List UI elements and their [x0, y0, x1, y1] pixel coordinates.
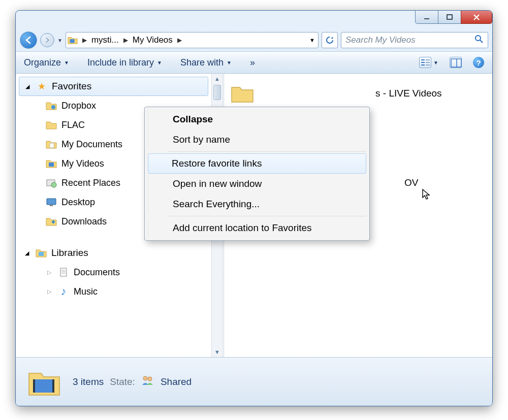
expander-icon[interactable]: ▷	[47, 288, 53, 295]
libraries-header[interactable]: ◢ Libraries	[16, 243, 211, 263]
svg-point-3	[475, 36, 481, 41]
document-icon	[57, 267, 70, 278]
view-mode-button[interactable]	[419, 57, 431, 68]
svg-rect-21	[60, 268, 67, 276]
svg-rect-6	[421, 62, 425, 63]
nav-dropdown-icon[interactable]: ▼	[57, 38, 62, 43]
svg-rect-14	[50, 143, 54, 148]
breadcrumb-sep-icon: ▶	[177, 37, 182, 44]
shared-icon	[141, 375, 154, 389]
folder-icon	[230, 82, 255, 105]
folder-icon	[45, 119, 57, 131]
tree-label: Documents	[74, 267, 120, 278]
minimize-button[interactable]	[415, 11, 438, 24]
favorites-label: Favorites	[52, 81, 91, 92]
folder-icon	[45, 139, 57, 150]
include-library-button[interactable]: Include in library▼	[87, 57, 162, 68]
scroll-up-icon[interactable]: ▲	[212, 74, 223, 84]
tree-label: My Documents	[61, 139, 122, 150]
menu-search-everything[interactable]: Search Everything...	[148, 194, 367, 214]
address-bar[interactable]: ▶ mysti... ▶ My Videos ▶ ▼	[66, 32, 319, 48]
svg-rect-27	[52, 379, 54, 393]
libraries-icon	[35, 247, 47, 259]
menu-restore-favorites[interactable]: Restore favorite links	[148, 153, 366, 174]
tree-label: FLAC	[61, 120, 85, 131]
command-bar: Organize▼ Include in library▼ Share with…	[16, 51, 492, 74]
scroll-thumb[interactable]	[213, 85, 221, 100]
svg-rect-1	[447, 15, 452, 19]
svg-point-17	[51, 182, 56, 187]
tree-label: Downloads	[61, 216, 107, 227]
breadcrumb-sep-icon: ▶	[82, 37, 87, 44]
tree-label: Recent Places	[61, 178, 120, 188]
star-icon: ★	[36, 81, 48, 92]
breadcrumb-sep-icon: ▶	[123, 37, 128, 44]
svg-point-28	[143, 376, 147, 380]
file-name: OV	[404, 177, 418, 188]
svg-rect-10	[426, 64, 430, 66]
address-dropdown-icon[interactable]: ▼	[309, 37, 317, 43]
search-icon	[474, 35, 484, 46]
tree-label: Music	[74, 286, 98, 297]
share-with-button[interactable]: Share with▼	[180, 57, 232, 68]
item-count: 3 items	[73, 376, 104, 387]
svg-rect-7	[421, 64, 425, 66]
breadcrumb-1[interactable]: mysti...	[91, 35, 119, 45]
folder-icon	[45, 216, 57, 227]
maximize-button[interactable]	[438, 11, 461, 24]
scroll-down-icon[interactable]: ▼	[212, 347, 223, 357]
menu-open-new-window[interactable]: Open in new window	[148, 174, 367, 194]
recent-icon	[45, 177, 57, 188]
svg-line-4	[480, 40, 483, 43]
menu-add-favorite[interactable]: Add current location to Favorites	[148, 218, 367, 238]
svg-rect-11	[451, 59, 461, 67]
state-value: Shared	[161, 376, 192, 387]
svg-rect-25	[35, 379, 52, 393]
svg-point-29	[148, 377, 152, 381]
svg-rect-20	[39, 252, 44, 256]
svg-rect-8	[426, 59, 430, 60]
close-button[interactable]	[461, 11, 492, 24]
svg-rect-26	[33, 379, 35, 393]
details-pane: 3 items State: Shared	[16, 357, 492, 406]
svg-rect-15	[49, 163, 54, 167]
file-name: s - LIVE Videos	[375, 88, 442, 99]
nav-bar: ▼ ▶ mysti... ▶ My Videos ▶ ▼ Search My V…	[16, 29, 492, 51]
folder-icon	[45, 100, 57, 111]
svg-point-13	[51, 105, 55, 109]
tree-label: Desktop	[61, 197, 95, 208]
music-icon: ♪	[57, 286, 70, 297]
titlebar	[16, 11, 492, 29]
svg-rect-5	[421, 59, 425, 60]
search-input[interactable]: Search My Videos	[341, 32, 488, 48]
breadcrumb-2[interactable]: My Videos	[132, 35, 173, 45]
preview-pane-button[interactable]	[450, 57, 462, 68]
sidebar-item-music[interactable]: ▷ ♪ Music	[16, 282, 211, 301]
desktop-icon	[45, 197, 57, 208]
favorites-header[interactable]: ◢ ★ Favorites	[19, 77, 208, 96]
expander-icon[interactable]: ◢	[25, 250, 31, 256]
view-dropdown-icon[interactable]: ▼	[433, 60, 438, 66]
more-button[interactable]: »	[250, 57, 255, 68]
refresh-button[interactable]	[322, 32, 338, 48]
menu-collapse[interactable]: Collapse	[148, 109, 367, 130]
folder-thumbnail-icon	[26, 366, 62, 398]
forward-button[interactable]	[40, 33, 54, 47]
expander-icon[interactable]: ◢	[25, 83, 31, 90]
svg-rect-18	[47, 199, 56, 205]
tree-label: Dropbox	[61, 101, 96, 111]
state-label: State:	[110, 376, 135, 387]
libraries-label: Libraries	[51, 247, 88, 259]
organize-button[interactable]: Organize▼	[24, 57, 69, 68]
back-button[interactable]	[20, 31, 37, 49]
menu-sort[interactable]: Sort by name	[148, 130, 367, 150]
folder-icon	[67, 35, 78, 46]
file-item[interactable]: xxxxxxxxxxxxxxxxxxxxxxs - LIVE Videos	[230, 82, 487, 105]
sidebar-item-documents[interactable]: ▷ Documents	[16, 263, 211, 282]
svg-rect-9	[426, 62, 430, 63]
svg-rect-19	[50, 205, 53, 206]
folder-icon	[45, 158, 57, 169]
help-button[interactable]: ?	[473, 57, 484, 68]
expander-icon[interactable]: ▷	[47, 269, 53, 276]
menu-separator	[168, 216, 366, 216]
